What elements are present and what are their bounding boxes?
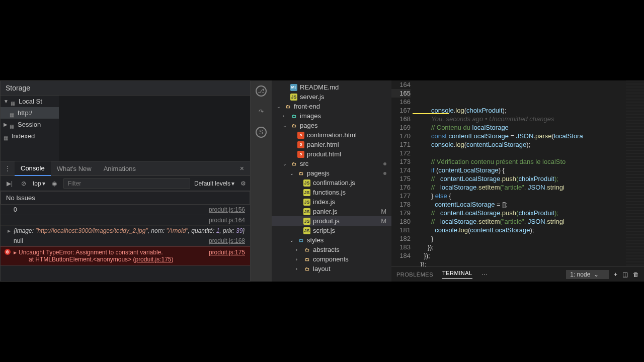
file-panier-js[interactable]: JSpanier.jsM xyxy=(272,207,391,216)
terminal-panel: PROBLÈMES TERMINAL ⋯ 1: node ⌄ + ◫ 🗑 xyxy=(391,266,644,282)
tree-indexeddb[interactable]: Indexed xyxy=(1,130,59,142)
live-expression-icon[interactable]: ◉ xyxy=(49,178,59,189)
file-produit-html[interactable]: 5produit.html xyxy=(272,149,391,159)
terminal-selector[interactable]: 1: node ⌄ xyxy=(566,270,609,279)
devtools-panel: Storage ▼Local St http:/ ▶Session Indexe… xyxy=(0,80,251,282)
error-stack: at HTMLButtonElement.<anonymous> (produi… xyxy=(14,256,245,263)
log-entry[interactable]: produit.js:164 xyxy=(1,215,250,226)
tree-http-origin[interactable]: http:/ xyxy=(1,107,59,119)
error-entry[interactable]: produit.js:175 ▸Uncaught TypeError: Assi… xyxy=(1,246,250,265)
share-icon[interactable]: ↷ xyxy=(255,106,267,118)
filter-input[interactable] xyxy=(63,178,190,189)
activity-bar: ⎇ ↷ S xyxy=(251,80,272,282)
log-entry[interactable]: 0 produit.js:156 xyxy=(1,205,250,215)
vscode-panel: ⎇ ↷ S M↓README.mdJSserver.js⌄🗀front-end›… xyxy=(251,80,644,282)
line-gutter: 1641651661671681691701711721731741751761… xyxy=(391,80,417,266)
stack-icon[interactable]: S xyxy=(256,127,267,138)
file-index-js[interactable]: JSindex.js xyxy=(272,197,391,207)
log-levels-selector[interactable]: Default levels ▾ xyxy=(194,180,234,187)
file-confirmation-html[interactable]: 5confirmation.html xyxy=(272,130,391,140)
clear-console-icon[interactable]: ⊘ xyxy=(19,178,29,189)
storage-title: Storage xyxy=(1,81,250,96)
storage-content xyxy=(59,96,250,161)
drawer-tabs: ⋮ Console What's New Animations × xyxy=(1,161,250,176)
github-icon[interactable]: ⎇ xyxy=(256,85,267,97)
folder-styles[interactable]: ⌄🗀styles xyxy=(272,235,391,245)
tab-console[interactable]: Console xyxy=(15,161,51,176)
folder-front-end[interactable]: ⌄🗀front-end xyxy=(272,102,391,111)
tree-local-storage[interactable]: ▼Local St xyxy=(1,96,59,107)
folder-images[interactable]: ›🗀images xyxy=(272,111,391,121)
folder-abstracts[interactable]: ›🗀abstracts xyxy=(272,245,391,254)
file-README-md[interactable]: M↓README.md xyxy=(272,82,391,92)
console-log-area: 0 produit.js:156 produit.js:164 {image: … xyxy=(1,205,250,281)
folder-pages[interactable]: ⌄🗀pages xyxy=(272,121,391,130)
trash-icon[interactable]: 🗑 xyxy=(633,271,639,278)
log-entry[interactable]: null produit.js:168 xyxy=(1,236,250,246)
issues-badge[interactable]: No Issues xyxy=(1,191,250,205)
context-selector[interactable]: top ▾ xyxy=(33,180,45,187)
folder-src[interactable]: ⌄🗀src xyxy=(272,159,391,168)
log-object[interactable]: {image: "http://localhost:3000/images/te… xyxy=(1,226,250,236)
tab-animations[interactable]: Animations xyxy=(98,162,142,175)
split-terminal-icon[interactable]: ◫ xyxy=(622,271,628,278)
tab-whatsnew[interactable]: What's New xyxy=(51,162,98,175)
tab-terminal[interactable]: TERMINAL xyxy=(442,270,472,279)
file-functions-js[interactable]: JSfunctions.js xyxy=(272,188,391,197)
source-link[interactable]: produit.js:175 xyxy=(209,249,245,256)
source-link[interactable]: produit.js:164 xyxy=(209,217,245,224)
minimap[interactable] xyxy=(626,80,644,266)
tree-session-storage[interactable]: ▶Session xyxy=(1,119,59,130)
highlight-underline xyxy=(417,113,449,114)
source-link[interactable]: produit.js:156 xyxy=(209,206,245,213)
tab-problems[interactable]: PROBLÈMES xyxy=(396,272,433,278)
drag-handle-icon[interactable]: ⋮ xyxy=(1,165,15,172)
code-editor: 1641651661671681691701711721731741751761… xyxy=(391,80,644,282)
more-tabs-icon[interactable]: ⋯ xyxy=(481,271,488,278)
settings-icon[interactable]: ⚙ xyxy=(240,180,246,187)
file-explorer: M↓README.mdJSserver.js⌄🗀front-end›🗀image… xyxy=(272,80,391,282)
console-toolbar: ▶| ⊘ top ▾ ◉ Default levels ▾ ⚙ xyxy=(1,176,250,191)
code-content[interactable]: console.log(choixProduit); You, seconds … xyxy=(417,80,626,266)
file-script-js[interactable]: JSscript.js xyxy=(272,226,391,235)
file-server-js[interactable]: JSserver.js xyxy=(272,92,391,102)
source-link[interactable]: produit.js:168 xyxy=(209,237,245,244)
new-terminal-icon[interactable]: + xyxy=(614,271,617,278)
storage-tree: ▼Local St http:/ ▶Session Indexed xyxy=(1,96,59,161)
folder-pagesjs[interactable]: ⌄🗀pagesjs xyxy=(272,168,391,178)
file-produit-js[interactable]: JSproduit.jsM xyxy=(272,216,391,226)
file-confirmation-js[interactable]: JSconfirmation.js xyxy=(272,178,391,188)
file-panier-html[interactable]: 5panier.html xyxy=(272,140,391,149)
folder-layout[interactable]: ›🗀layout xyxy=(272,264,391,274)
toggle-sidebar-icon[interactable]: ▶| xyxy=(5,178,15,189)
folder-components[interactable]: ›🗀components xyxy=(272,254,391,264)
close-drawer-icon[interactable]: × xyxy=(234,164,250,172)
